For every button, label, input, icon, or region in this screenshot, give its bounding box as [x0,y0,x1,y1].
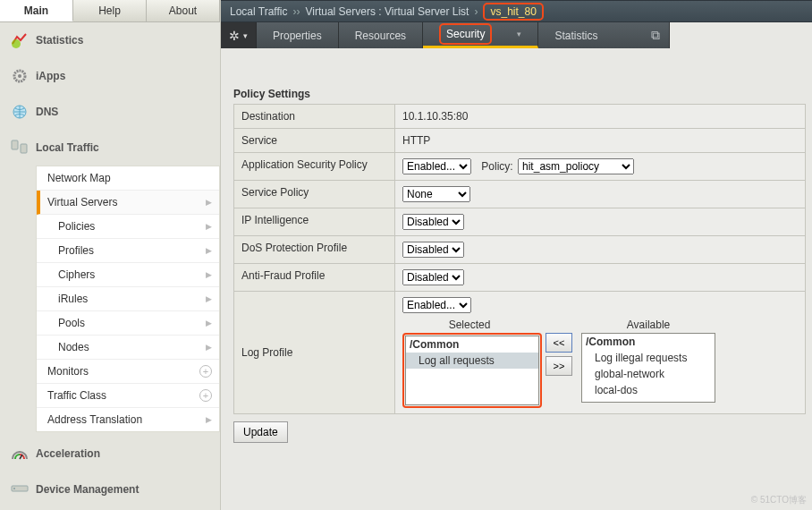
breadcrumb-current: vs_hit_80 [483,3,543,21]
logprofile-select[interactable]: Enabled... [402,297,471,313]
sidebar-item-monitors[interactable]: Monitors+ [37,360,219,384]
dos-select[interactable]: Disabled [402,242,464,258]
sidebar-item-nodes[interactable]: Nodes▶ [37,336,219,360]
device-mgmt-label: Device Management [36,483,139,496]
plus-icon: + [199,389,212,402]
section-title: Policy Settings [233,88,806,100]
servers-icon [11,139,29,157]
breadcrumb-section[interactable]: Virtual Servers : Virtual Server List [305,5,469,18]
main-content: Local Traffic ›› Virtual Servers : Virtu… [221,0,812,510]
list-item[interactable]: Log all requests [406,353,538,369]
sidebar-item-traffic-class[interactable]: Traffic Class+ [37,384,219,408]
sidebar: Main Help About Statistics iApps DNS [0,0,221,510]
chevron-right-icon: ▶ [206,198,212,207]
settings-menu-button[interactable]: ✲ ▾ [221,22,257,48]
chart-icon [11,31,29,49]
chevron-right-icon: ▶ [206,294,212,303]
breadcrumb-sep-icon: ›› [292,5,300,18]
policy-settings-table: Destination 10.1.10.35:80 Service HTTP A… [233,104,806,414]
acceleration-label: Acceleration [36,447,100,460]
sidebar-item-device-management[interactable]: Device Management [0,472,220,507]
dos-label: DoS Protection Profile [234,236,395,264]
move-left-button[interactable]: << [546,333,572,353]
list-item[interactable]: local-dos [582,382,715,398]
ip-intel-label: IP Intelligence [234,208,395,236]
move-right-button[interactable]: >> [546,356,572,376]
antifraud-select[interactable]: Disabled [402,269,464,285]
sidebar-item-pools[interactable]: Pools▶ [37,311,219,336]
chevron-right-icon: ▶ [206,319,212,327]
ip-intel-select[interactable]: Disabled [402,214,464,230]
selected-listbox[interactable]: /Common Log all requests [405,336,539,405]
local-traffic-submenu: Network Map Virtual Servers▶ Policies▶ P… [36,166,220,432]
sidebar-item-acceleration[interactable]: Acceleration [0,436,220,472]
svg-point-0 [12,39,21,48]
gear-icon [11,67,29,85]
destination-value: 10.1.10.35:80 [395,105,806,129]
tab-security[interactable]: Security ▾ [423,22,538,48]
antifraud-label: Anti-Fraud Profile [234,264,395,292]
selected-header: Selected [402,317,537,333]
service-value: HTTP [395,129,806,153]
sidebar-item-iapps[interactable]: iApps [0,58,220,94]
service-policy-label: Service Policy [234,181,395,208]
available-header: Available [581,317,715,333]
chevron-right-icon: ▶ [206,270,212,279]
chevron-right-icon: ▶ [206,343,212,352]
globe-icon [11,103,29,121]
expand-icon[interactable]: ⧉ [651,28,660,43]
tab-statistics[interactable]: Statistics ⧉ [538,22,670,48]
chevron-down-icon: ▾ [243,31,248,40]
tab-about[interactable]: About [147,0,220,21]
sidebar-item-statistics[interactable]: Statistics [0,22,220,58]
tab-main[interactable]: Main [0,0,73,21]
sidebar-item-address-translation[interactable]: Address Translation▶ [37,408,219,431]
breadcrumb: Local Traffic ›› Virtual Servers : Virtu… [221,0,812,22]
service-policy-select[interactable]: None [402,186,470,202]
top-tabs: Main Help About [0,0,220,22]
gear-icon: ✲ [229,29,240,43]
update-button[interactable]: Update [233,421,288,443]
policy-select[interactable]: hit_asm_poliocy [518,158,634,174]
breadcrumb-area[interactable]: Local Traffic [230,5,287,18]
asp-select[interactable]: Enabled... [402,158,471,174]
chevron-right-icon: ▶ [206,415,212,424]
sidebar-item-local-traffic[interactable]: Local Traffic [0,130,220,166]
device-icon [11,480,29,498]
sidebar-item-virtual-servers[interactable]: Virtual Servers▶ [37,191,219,215]
chevron-right-icon: ▶ [206,246,212,255]
dns-label: DNS [36,106,58,118]
watermark: © 51CTO博客 [751,494,807,506]
sidebar-item-dns[interactable]: DNS [0,94,220,130]
policy-label: Policy: [481,160,512,173]
svg-point-2 [18,74,21,78]
list-group: /Common [582,334,715,350]
svg-rect-5 [21,144,27,153]
statistics-label: Statistics [36,34,83,47]
available-listbox[interactable]: /Common Log illegal requests global-netw… [581,333,715,403]
chevron-right-icon: ▶ [206,222,212,231]
asp-label: Application Security Policy [234,153,395,181]
gauge-icon [11,445,29,463]
list-item[interactable]: Log illegal requests [582,350,715,366]
tab-properties[interactable]: Properties [257,22,339,48]
tab-help[interactable]: Help [73,0,147,21]
tab-resources[interactable]: Resources [339,22,423,48]
sidebar-item-profiles[interactable]: Profiles▶ [37,239,219,263]
local-traffic-label: Local Traffic [36,141,99,154]
iapps-label: iApps [36,70,65,82]
sidebar-item-ciphers[interactable]: Ciphers▶ [37,263,219,287]
svg-rect-4 [12,140,18,149]
destination-label: Destination [234,105,395,129]
plus-icon: + [199,365,212,378]
chevron-down-icon: ▾ [517,30,521,38]
list-group: /Common [406,336,538,353]
breadcrumb-sep-icon: › [474,5,478,18]
logprofile-label: Log Profile [234,292,395,414]
service-label: Service [234,129,395,153]
list-item[interactable]: global-network [582,366,715,382]
svg-rect-8 [13,488,15,489]
sidebar-item-policies[interactable]: Policies▶ [37,215,219,239]
sidebar-item-irules[interactable]: iRules▶ [37,287,219,311]
sidebar-item-network-map[interactable]: Network Map [37,166,219,191]
